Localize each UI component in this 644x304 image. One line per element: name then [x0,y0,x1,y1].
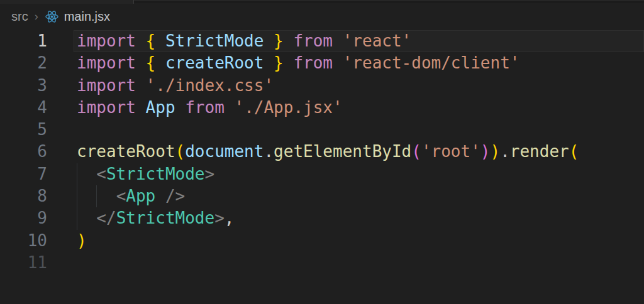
code-token: ( [411,142,421,161]
line-number[interactable]: 5 [0,119,47,141]
code-token: ) [480,142,491,161]
line-number[interactable]: 6 [0,141,47,163]
line-number[interactable]: 11 [0,252,47,274]
code-token: 'root' [421,142,480,161]
code-token: , [225,209,235,227]
code-token: 'react-dom/client' [343,53,520,72]
code-token: StrictMode [106,165,205,183]
code-token [77,165,96,183]
editor-line[interactable]: 9 </StrictMode>, [0,207,644,229]
indent-guide [96,185,97,207]
code-token: document [185,142,264,161]
code-token: } [274,31,293,50]
code-token: { [146,53,165,72]
editor-line[interactable]: 10) [0,230,644,252]
code-token: /> [165,187,185,205]
chevron-right-icon: › [35,10,38,23]
indent-guide [77,185,77,207]
code-token [264,53,274,72]
code-token: StrictMode [165,31,264,50]
code-token: . [264,142,274,161]
code-token: render [510,142,569,161]
code-line[interactable]: import { createRoot } from 'react-dom/cl… [77,52,644,74]
code-token: > [214,209,225,227]
code-line[interactable]: import './index.css' [77,75,644,97]
code-line[interactable]: </StrictMode>, [77,207,644,229]
code-token: ) [490,142,500,161]
code-token [264,31,274,50]
code-line[interactable]: <App /> [77,185,644,207]
code-token: from [293,53,342,72]
line-number[interactable]: 7 [0,163,47,185]
editor-line[interactable]: 4import App from './App.jsx' [0,97,644,119]
code-line[interactable]: createRoot(document.getElementById('root… [77,141,644,163]
react-icon [45,9,59,24]
line-number[interactable]: 2 [0,52,47,74]
code-token: > [205,165,215,183]
code-token: from [185,98,234,117]
editor-line[interactable]: 7 <StrictMode> [0,163,644,185]
breadcrumb-item-file[interactable]: main.jsx [64,9,110,24]
code-token: < [116,187,126,205]
line-number[interactable]: 10 [0,230,47,252]
code-token: './App.jsx' [234,98,342,117]
editor-line[interactable]: 1import { StrictMode } from 'react' [0,30,644,52]
editor-line[interactable]: 8 <App /> [0,185,644,207]
breadcrumb-item-src[interactable]: src [11,9,28,24]
code-token [155,187,165,205]
code-line[interactable]: <StrictMode> [77,163,644,185]
editor[interactable]: 1import { StrictMode } from 'react'2impo… [0,30,644,274]
code-token: createRoot [165,53,264,72]
code-token: 'react' [343,31,412,50]
code-line[interactable] [77,119,644,141]
code-token: ( [175,142,186,161]
code-token: getElementById [274,142,411,161]
editor-line[interactable]: 3import './index.css' [0,75,644,97]
code-token: ( [569,142,579,161]
line-number[interactable]: 3 [0,75,47,97]
code-token: './index.css' [146,76,274,95]
line-number[interactable]: 8 [0,185,47,207]
code-token: </ [96,209,116,227]
code-line[interactable] [77,252,644,274]
breadcrumb: src › main.jsx [0,3,644,30]
editor-line[interactable]: 5 [0,119,644,141]
editor-line[interactable]: 11 [0,252,644,274]
code-token: . [500,142,510,161]
editor-line[interactable]: 6createRoot(document.getElementById('roo… [0,141,644,163]
code-token: < [96,165,106,183]
code-token: App [146,98,175,117]
line-number[interactable]: 4 [0,97,47,119]
code-token: import [77,98,146,117]
code-token: { [146,31,165,50]
code-token: App [126,187,155,205]
indent-guide [77,163,77,185]
tab-strip [0,0,644,3]
code-token: } [274,53,293,72]
indent-guide [77,207,77,229]
code-token [175,98,186,117]
active-tab-edge[interactable] [0,0,134,4]
code-line[interactable]: import { StrictMode } from 'react' [77,30,644,52]
code-token [77,209,96,227]
line-number[interactable]: 1 [0,30,47,52]
code-token: StrictMode [116,209,215,227]
code-token: import [77,76,146,95]
code-token: import [77,53,146,72]
code-token: import [77,31,146,50]
code-token: ) [77,231,87,250]
code-token: from [293,31,342,50]
code-token: createRoot [77,142,175,161]
editor-line[interactable]: 2import { createRoot } from 'react-dom/c… [0,52,644,74]
code-line[interactable]: ) [77,230,644,252]
code-line[interactable]: import App from './App.jsx' [77,97,644,119]
line-number[interactable]: 9 [0,207,47,229]
